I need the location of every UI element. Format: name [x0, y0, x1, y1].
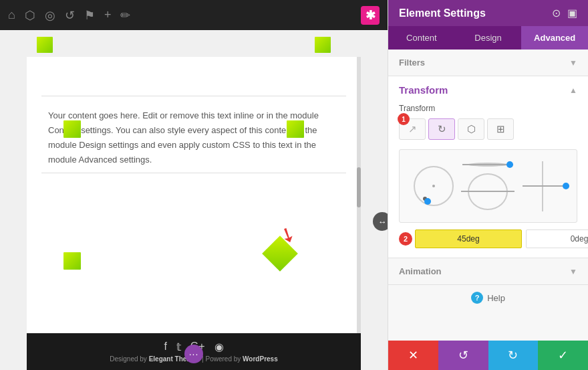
canvas-text: Your content goes here. Edit or remove t…: [41, 108, 346, 167]
animation-section[interactable]: Animation ▼: [388, 258, 588, 285]
tab-design[interactable]: Design: [455, 26, 522, 50]
transform-header[interactable]: Transform ▲: [388, 76, 588, 104]
scroll-handle[interactable]: ↔: [373, 212, 388, 231]
help-icon: ?: [471, 292, 483, 304]
degree-inputs-row: [415, 229, 588, 248]
tab-content[interactable]: Content: [388, 26, 455, 50]
canvas-scrollbar[interactable]: [357, 57, 361, 333]
twitter-icon[interactable]: 𝕥: [176, 341, 181, 353]
filters-section[interactable]: Filters ▼: [388, 50, 588, 76]
save-button[interactable]: ✓: [538, 341, 588, 370]
layout-toggle-icon[interactable]: ▣: [567, 7, 577, 19]
divi-logo: ✱: [361, 6, 380, 25]
badge-2: 2: [399, 232, 412, 246]
tab-advanced[interactable]: Advanced: [521, 26, 588, 50]
green-square-bot-left: [63, 252, 81, 270]
canvas-content: Your content goes here. Edit or remove t…: [27, 57, 361, 333]
rotate-x-ellipse: [468, 163, 508, 167]
panel-content: Filters ▼ Transform ▲ Transform ↗ 1: [388, 50, 588, 341]
rotate-x-dot: [506, 161, 513, 168]
transform-rotate-btn[interactable]: ↻: [428, 118, 455, 140]
flag-icon[interactable]: ⚑: [84, 8, 95, 23]
transform-icon-row: ↗ 1 ↻ ⬡ ⊞: [399, 118, 577, 140]
transform-move-btn-wrapper: ↗ 1: [399, 118, 426, 140]
transform-title: Transform: [399, 84, 448, 96]
transform-section: Transform ▲ Transform ↗ 1 ↻ ⬡ ⊞: [388, 76, 588, 258]
cancel-button[interactable]: ✕: [388, 341, 438, 370]
history-icon[interactable]: ↺: [65, 8, 75, 23]
transform-body: Transform ↗ 1 ↻ ⬡ ⊞: [388, 104, 588, 258]
media-icon[interactable]: ◎: [45, 8, 55, 23]
toolbar: ⌂ ⬡ ◎ ↺ ⚑ + ✏ ✱: [0, 0, 388, 30]
edit-icon[interactable]: ✏: [120, 8, 130, 23]
rotate-y-diagram: [523, 161, 563, 211]
help-label: Help: [487, 293, 505, 303]
undo-button[interactable]: ↺: [438, 341, 488, 370]
rotate-y-visualizer: [523, 161, 563, 211]
left-panel: ⌂ ⬡ ◎ ↺ ⚑ + ✏ ✱ Your content goes here. …: [0, 0, 388, 370]
layout-icon[interactable]: ⬡: [25, 8, 35, 23]
panel-title: Element Settings: [399, 7, 486, 19]
canvas-area: Your content goes here. Edit or remove t…: [0, 30, 388, 370]
scrollbar-thumb[interactable]: [357, 167, 361, 207]
degree-inputs-wrapper: 2: [399, 229, 577, 248]
panel-header-icons: ⊙ ▣: [552, 7, 577, 19]
redo-button[interactable]: ↻: [488, 341, 539, 370]
panel-footer: ✕ ↺ ↻ ✓: [388, 341, 588, 370]
facebook-icon[interactable]: f: [164, 341, 166, 353]
transform-chevron-icon: ▲: [569, 86, 577, 95]
home-icon[interactable]: ⌂: [8, 8, 15, 22]
help-area[interactable]: ? Help: [388, 285, 588, 310]
animation-chevron-icon: ▼: [569, 267, 577, 276]
rotate-x-input[interactable]: [526, 229, 588, 248]
add-icon[interactable]: +: [104, 8, 112, 22]
green-square-mid-right: [287, 120, 304, 138]
settings-icon[interactable]: ⊙: [552, 7, 561, 19]
transform-label: Transform: [399, 104, 577, 113]
transform-skew-btn[interactable]: ⬡: [458, 118, 484, 140]
rotate-z-visualizer: [414, 166, 454, 206]
canvas-footer: f 𝕥 G+ ◉ Designed by Elegant Themes | Po…: [27, 333, 361, 370]
panel-tabs: Content Design Advanced: [388, 26, 588, 50]
green-square-top-left: [37, 37, 53, 53]
rotate-z-dot: [424, 198, 431, 205]
transform-scale-btn[interactable]: ⊞: [487, 118, 514, 140]
badge-1: 1: [398, 113, 410, 125]
wordpress-link[interactable]: WordPress: [243, 355, 278, 363]
right-panel: Element Settings ⊙ ▣ Content Design Adva…: [388, 0, 588, 370]
rotate-z-ellipse: [414, 166, 454, 206]
rotate-x-visualizer: [468, 163, 508, 210]
green-square-top-right: [315, 37, 331, 53]
module-settings-button[interactable]: ···: [184, 345, 203, 363]
animation-label: Animation: [399, 266, 442, 276]
panel-header: Element Settings ⊙ ▣: [388, 0, 588, 26]
green-square-mid-left: [63, 120, 81, 138]
rotate-y-dot: [563, 183, 569, 189]
filters-label: Filters: [399, 58, 425, 68]
rotate-x-circle: [468, 173, 508, 210]
filters-chevron-icon: ▼: [569, 58, 577, 68]
rss-icon[interactable]: ◉: [214, 341, 224, 353]
rotate-z-input[interactable]: [415, 229, 522, 248]
transform-visualizer: [399, 149, 577, 223]
